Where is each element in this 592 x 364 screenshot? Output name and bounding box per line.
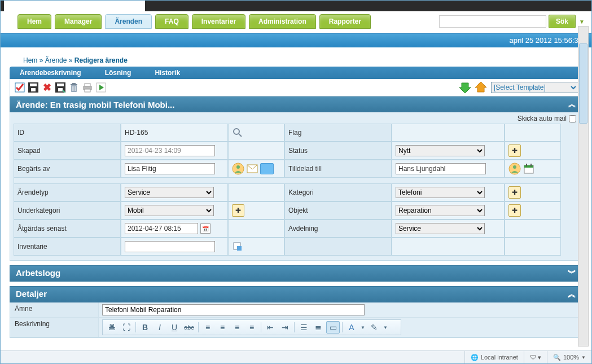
- tab-hem[interactable]: Hem: [17, 14, 51, 29]
- move-up-button[interactable]: [474, 81, 488, 94]
- rte-ordered-list-icon[interactable]: ☰: [297, 321, 310, 334]
- rte-textcolor-dropdown-icon[interactable]: ▼: [359, 321, 366, 334]
- protected-mode-icon[interactable]: 🛡 ▾: [524, 351, 547, 363]
- subnav-history[interactable]: Historik: [155, 69, 180, 77]
- vertical-scrollbar[interactable]: [578, 26, 589, 347]
- inventory-search-icon[interactable]: [232, 241, 243, 252]
- template-select[interactable]: [Select Template]: [491, 82, 578, 93]
- svg-line-21: [239, 134, 242, 137]
- automail-checkbox[interactable]: [569, 115, 576, 122]
- svg-point-20: [234, 129, 239, 134]
- tab-arenden[interactable]: Ärenden: [105, 14, 152, 29]
- rte-align-center-icon[interactable]: ≡: [216, 321, 229, 334]
- trash-button[interactable]: [68, 81, 80, 94]
- rte-fullscreen-icon[interactable]: ⛶: [120, 321, 133, 334]
- object-select[interactable]: Reparation: [396, 205, 485, 216]
- subnav: Ärendebeskrivning Lösning Historik: [10, 67, 582, 79]
- search-expand-icon[interactable]: ▼: [578, 17, 586, 25]
- search-button[interactable]: Sök: [549, 15, 576, 28]
- rte-highlight-icon[interactable]: ✎: [367, 321, 381, 334]
- details-header[interactable]: Detaljer ︽: [10, 286, 582, 302]
- rte-strike-button[interactable]: abc: [182, 321, 196, 334]
- svg-marker-18: [459, 83, 471, 93]
- automail-label: Skicka auto mail: [518, 115, 567, 122]
- tab-faq[interactable]: FAQ: [155, 14, 188, 29]
- rte-align-justify-icon[interactable]: ≡: [245, 321, 258, 334]
- object-add-button[interactable]: ✚: [508, 204, 521, 217]
- category-select[interactable]: Telefoni: [396, 187, 485, 198]
- calendar-user-icon[interactable]: [523, 163, 534, 174]
- tab-inventarier[interactable]: Inventarier: [192, 14, 245, 29]
- rte-outdent-icon[interactable]: ⇤: [264, 321, 277, 334]
- rte-indent-icon[interactable]: ⇥: [278, 321, 292, 334]
- svg-rect-2: [30, 84, 37, 86]
- subject-field[interactable]: [102, 304, 365, 315]
- person-icon-2[interactable]: [508, 163, 521, 175]
- due-field[interactable]: [125, 223, 198, 234]
- zoom-icon: 🔍: [553, 354, 561, 361]
- assigned-field[interactable]: [396, 163, 486, 174]
- rte-unordered-list-icon[interactable]: ≣: [312, 321, 325, 334]
- expand-icon[interactable]: ︾: [568, 268, 576, 279]
- case-title: Ärende: En trasig mobil Telefoni Mobi...: [16, 100, 174, 109]
- saveas-button[interactable]: [54, 81, 67, 94]
- rte-highlight-dropdown-icon[interactable]: ▼: [382, 321, 389, 334]
- case-section-header: Ärende: En trasig mobil Telefoni Mobi...…: [10, 97, 582, 112]
- search-icon[interactable]: [232, 127, 243, 138]
- type-select[interactable]: Service: [125, 187, 214, 198]
- subcategory-select[interactable]: Mobil: [125, 205, 214, 216]
- move-down-button[interactable]: [458, 81, 472, 94]
- print-button[interactable]: [81, 81, 94, 94]
- status-bar: 🌐 Local intranet 🛡 ▾ 🔍 100% ▼: [1, 350, 591, 363]
- category-add-button[interactable]: ✚: [508, 186, 521, 199]
- tab-administration[interactable]: Administration: [249, 14, 316, 29]
- requestedby-label: Begärts av: [14, 160, 121, 178]
- tab-manager[interactable]: Manager: [55, 14, 102, 29]
- created-field: [125, 145, 215, 156]
- rte-box-icon[interactable]: ▭: [326, 321, 340, 334]
- id-value: HD-165: [121, 124, 228, 142]
- status-add-button[interactable]: ✚: [508, 144, 521, 157]
- run-button[interactable]: [95, 81, 107, 94]
- scrollbar-thumb[interactable]: [579, 43, 587, 124]
- svg-rect-14: [85, 84, 90, 86]
- rte-italic-button[interactable]: I: [153, 321, 166, 334]
- mail-icon[interactable]: [247, 163, 258, 174]
- department-select[interactable]: Service: [396, 223, 485, 234]
- search-input[interactable]: [439, 15, 546, 28]
- calendar-icon[interactable]: 📅: [200, 223, 211, 234]
- delete-button[interactable]: ✖: [41, 81, 53, 94]
- svg-marker-19: [475, 82, 486, 92]
- collapse-icon-2[interactable]: ︽: [568, 289, 576, 300]
- person-icon[interactable]: [232, 163, 244, 175]
- rte-align-left-icon[interactable]: ≡: [201, 321, 214, 334]
- rte-underline-button[interactable]: U: [168, 321, 181, 334]
- breadcrumb-arende[interactable]: Ärende: [45, 56, 67, 64]
- requestedby-field[interactable]: [125, 163, 215, 174]
- category-label: Kategori: [284, 183, 392, 201]
- type-label: Ärendetyp: [14, 183, 121, 201]
- status-label: Status: [284, 142, 392, 160]
- breadcrumb-hem[interactable]: Hem: [23, 56, 37, 64]
- collapse-icon[interactable]: ︽: [568, 99, 576, 109]
- subcategory-add-button[interactable]: ✚: [232, 204, 244, 217]
- svg-rect-15: [85, 89, 90, 92]
- apply-check-button[interactable]: [14, 81, 26, 94]
- assigned-label: Tilldelad till: [284, 160, 392, 178]
- zoom-control[interactable]: 🔍 100% ▼: [547, 351, 591, 363]
- save-button[interactable]: [27, 81, 40, 94]
- subnav-description[interactable]: Ärendebeskrivning: [20, 69, 81, 77]
- rte-align-right-icon[interactable]: ≡: [230, 321, 244, 334]
- rte-textcolor-button[interactable]: A: [345, 321, 358, 334]
- rte-bold-button[interactable]: B: [138, 321, 152, 334]
- tab-rapporter[interactable]: Rapporter: [319, 14, 371, 29]
- worklog-header[interactable]: Arbetslogg ︾: [10, 265, 582, 282]
- folder-icon[interactable]: [260, 163, 274, 174]
- svg-rect-29: [526, 164, 527, 166]
- inventory-label: Inventarie: [14, 238, 121, 256]
- subnav-solution[interactable]: Lösning: [105, 69, 131, 77]
- status-select[interactable]: Nytt: [396, 145, 485, 156]
- inventory-field[interactable]: [125, 241, 215, 252]
- rte-print-icon[interactable]: 🖶: [105, 321, 119, 334]
- flag-label: Flag: [284, 124, 392, 142]
